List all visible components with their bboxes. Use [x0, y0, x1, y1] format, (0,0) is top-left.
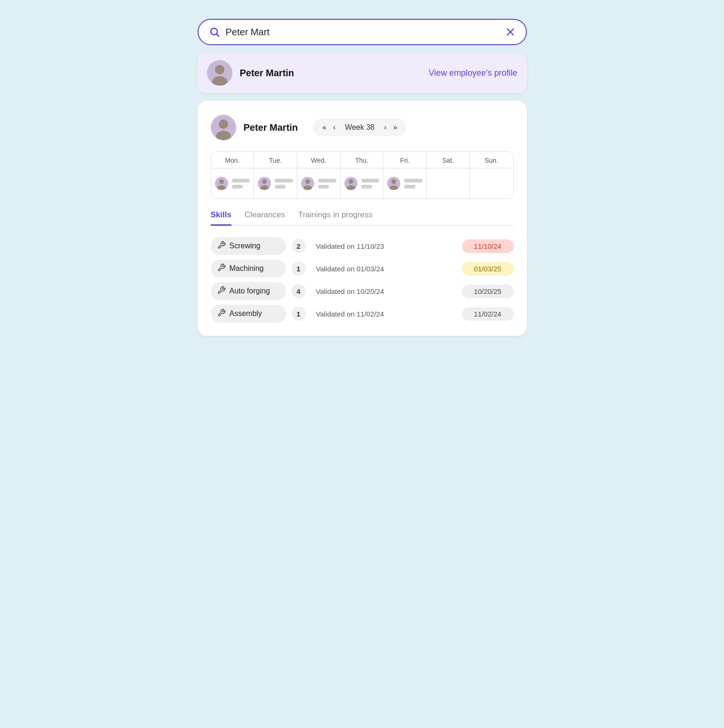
- validated-text: Validated on 01/03/24: [311, 265, 456, 273]
- expiry-badge: 11/02/24: [462, 307, 514, 321]
- mini-avatar: [301, 177, 314, 190]
- cal-col-sat: Sat.: [427, 152, 470, 198]
- view-profile-link[interactable]: View employee's profile: [429, 68, 517, 78]
- svg-point-7: [216, 131, 231, 140]
- mini-lines: [404, 179, 422, 189]
- mini-line: [318, 179, 336, 182]
- tabs-row: SkillsClearancesTrainings in progress: [211, 210, 514, 226]
- skill-pill: Machining: [211, 260, 286, 277]
- skill-row: Auto forging 4Validated on 10/20/2410/20…: [211, 282, 514, 300]
- cal-day-body: [470, 168, 513, 198]
- skill-row: Machining 1Validated on 01/03/2401/03/25: [211, 260, 514, 277]
- svg-point-12: [305, 179, 310, 184]
- svg-point-8: [219, 179, 224, 184]
- skill-level: 1: [292, 307, 306, 321]
- next-next-button[interactable]: »: [391, 122, 399, 133]
- tab-trainings-in-progress[interactable]: Trainings in progress: [298, 210, 373, 226]
- mini-lines: [361, 179, 380, 189]
- search-result-dropdown: Peter Martin View employee's profile: [198, 53, 527, 93]
- search-bar: [198, 19, 527, 45]
- skill-name: Auto forging: [230, 287, 270, 295]
- prev-prev-button[interactable]: «: [320, 122, 328, 133]
- skill-name: Machining: [230, 264, 264, 273]
- skill-icon: [217, 263, 226, 274]
- expiry-badge: 01/03/25: [462, 262, 514, 276]
- avatar: [207, 60, 232, 86]
- next-button[interactable]: ›: [382, 122, 388, 133]
- cal-day-header: Thu.: [341, 152, 383, 168]
- svg-point-13: [303, 185, 312, 190]
- calendar-grid: Mon. Tue. Wed. Thu. Fri.: [211, 151, 514, 199]
- mini-line: [275, 179, 293, 182]
- skill-level: 1: [292, 261, 306, 276]
- mini-avatar: [344, 177, 358, 190]
- cal-day-body: [341, 168, 383, 198]
- skill-level: 2: [292, 239, 306, 253]
- mini-line: [404, 179, 422, 182]
- cal-col-wed: Wed.: [297, 152, 341, 198]
- skill-row: Assembly 1Validated on 11/02/2411/02/24: [211, 305, 514, 323]
- svg-line-1: [216, 34, 219, 37]
- tab-skills[interactable]: Skills: [211, 210, 231, 226]
- mini-line-short: [232, 185, 243, 189]
- cal-day-body: [383, 168, 426, 198]
- validated-text: Validated on 11/10/23: [311, 242, 456, 250]
- skill-name: Screwing: [230, 242, 261, 250]
- cal-col-thu: Thu.: [341, 152, 384, 198]
- skill-icon: [217, 286, 226, 296]
- skill-row: Screwing 2Validated on 11/10/2311/10/24: [211, 237, 514, 255]
- tab-clearances[interactable]: Clearances: [245, 210, 285, 226]
- skill-icon: [217, 241, 226, 251]
- skill-name: Assembly: [230, 309, 262, 318]
- mini-lines: [275, 179, 293, 189]
- cal-col-sun: Sun.: [470, 152, 513, 198]
- prev-button[interactable]: ‹: [331, 122, 337, 133]
- cal-day-body: [297, 168, 340, 198]
- week-label: Week 38: [340, 123, 379, 132]
- mini-line: [361, 179, 380, 182]
- result-name: Peter Martin: [240, 68, 294, 79]
- validated-text: Validated on 10/20/24: [311, 287, 456, 295]
- mini-lines: [232, 179, 250, 189]
- cal-day-header: Sun.: [470, 152, 513, 168]
- svg-point-17: [390, 185, 398, 190]
- mini-avatar: [258, 177, 271, 190]
- cal-day-header: Mon.: [211, 152, 254, 168]
- week-nav: « ‹ Week 38 › »: [313, 119, 406, 136]
- employee-header: Peter Martin « ‹ Week 38 › »: [211, 115, 514, 140]
- mini-avatar: [387, 177, 400, 190]
- mini-line-short: [275, 185, 286, 189]
- cal-day-body: [427, 168, 469, 198]
- cal-day-body: [254, 168, 297, 198]
- result-left: Peter Martin: [207, 60, 294, 86]
- mini-line-short: [318, 185, 329, 189]
- clear-icon[interactable]: [505, 27, 516, 37]
- mini-lines: [318, 179, 336, 189]
- search-icon: [209, 26, 220, 38]
- page-wrapper: Peter Martin View employee's profile Pet…: [198, 19, 527, 336]
- svg-point-16: [391, 179, 396, 184]
- employee-name: Peter Martin: [244, 122, 298, 133]
- svg-point-11: [260, 185, 269, 190]
- svg-point-5: [212, 76, 227, 86]
- svg-point-15: [347, 185, 355, 190]
- cal-day-header: Fri.: [383, 152, 426, 168]
- skill-icon: [217, 309, 226, 319]
- skills-list: Screwing 2Validated on 11/10/2311/10/24 …: [211, 237, 514, 323]
- cal-day-header: Sat.: [427, 152, 469, 168]
- cal-day-header: Wed.: [297, 152, 340, 168]
- skill-pill: Auto forging: [211, 282, 286, 300]
- svg-point-6: [219, 119, 228, 129]
- svg-point-4: [215, 65, 224, 74]
- mini-line: [232, 179, 250, 182]
- cal-day-header: Tue.: [254, 152, 297, 168]
- cal-day-body: [211, 168, 254, 198]
- mini-line-short: [361, 185, 372, 189]
- svg-point-10: [262, 179, 267, 184]
- search-input[interactable]: [226, 27, 500, 38]
- expiry-badge: 10/20/25: [462, 285, 514, 298]
- skill-pill: Assembly: [211, 305, 286, 323]
- svg-point-9: [217, 185, 226, 190]
- cal-col-fri: Fri.: [383, 152, 427, 198]
- cal-col-tue: Tue.: [254, 152, 297, 198]
